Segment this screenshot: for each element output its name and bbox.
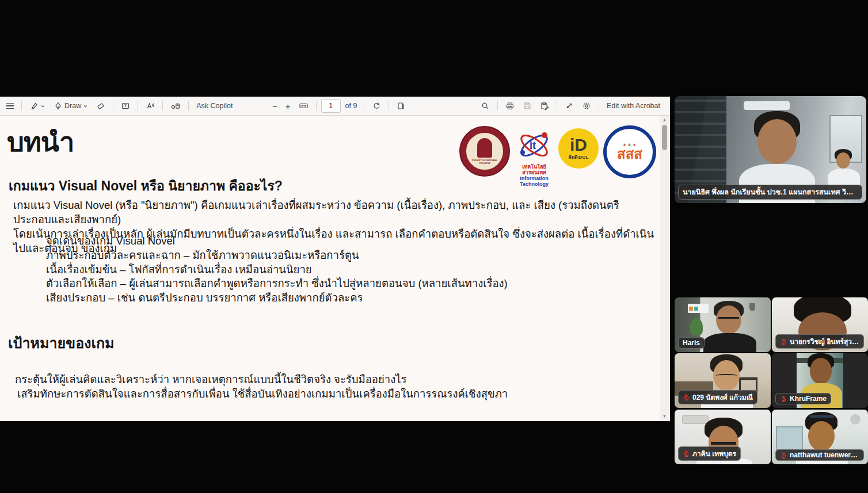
- video-tile-main-speaker[interactable]: นายนิธิศ พึ่งผล นักเรียนชั้น ปวช.1 แผนกส…: [675, 96, 866, 203]
- divider: [162, 101, 163, 110]
- feature-item: ภาพประกอบตัวละครและฉาก – มักใช้ภาพวาดแนว…: [46, 249, 508, 263]
- it-caption-en: Information Technology: [512, 175, 556, 187]
- scene-ac-unit: [682, 415, 708, 424]
- edit-acrobat-label: Edit with Acrobat: [607, 102, 660, 110]
- video-tile-nattapong[interactable]: 029 นัตพงศ์ แก้วมณี: [675, 353, 771, 408]
- highlight-button[interactable]: [26, 100, 48, 112]
- chevron-down-icon[interactable]: [83, 104, 88, 109]
- video-tile-natthawut[interactable]: natthawut tuenweradet: [772, 410, 868, 464]
- scene-window: [776, 426, 803, 450]
- kiddee-caption: คิดดีiDOL: [569, 154, 589, 161]
- menu-icon[interactable]: [3, 101, 17, 110]
- highlighter-icon: [29, 101, 39, 110]
- page-view-button[interactable]: [394, 100, 409, 112]
- settings-button[interactable]: [579, 100, 594, 112]
- divider: [389, 101, 389, 110]
- draw-button[interactable]: Draw: [51, 100, 91, 112]
- person-shirt: [703, 333, 756, 352]
- person-glasses-on-head: [810, 415, 834, 420]
- page-view-icon: [397, 101, 406, 110]
- it-department-logo: it เทคโนโลยีสารสนเทศ Information Technol…: [512, 127, 556, 180]
- section-heading-goals: เป้าหมายของเกม: [8, 331, 115, 354]
- video-tile-pakin[interactable]: ภาคิน เทพบุตร: [675, 410, 771, 464]
- person-head: [810, 358, 832, 384]
- plus-icon: +: [285, 101, 291, 111]
- zoom-out-button[interactable]: −: [269, 100, 280, 113]
- scene-plant: [690, 318, 703, 335]
- muted-mic-icon: [780, 452, 787, 459]
- kiddee-idol-logo: iD คิดดีiDOL: [558, 128, 599, 169]
- read-aloud-button[interactable]: [143, 100, 158, 112]
- document-scrollbar[interactable]: ▲ ▼: [660, 116, 669, 421]
- divider: [599, 101, 599, 110]
- translate-icon: [170, 101, 181, 110]
- search-button[interactable]: [478, 100, 493, 112]
- zoom-in-button[interactable]: +: [283, 100, 294, 113]
- person-head: [836, 152, 850, 169]
- eraser-icon: [96, 101, 105, 110]
- save-as-icon: [540, 101, 549, 110]
- pdf-page: บทนำ PHUKET VOCATIONAL COLLEGE it เทคโนโ…: [0, 116, 670, 421]
- person-head: [808, 421, 835, 451]
- fit-to-width-button[interactable]: [296, 100, 311, 112]
- page-number-input[interactable]: [321, 99, 341, 113]
- divider: [557, 101, 557, 110]
- save-button: [520, 100, 535, 112]
- person-glasses: [718, 317, 739, 321]
- divider: [138, 101, 138, 110]
- participant-name: ภาคิน เทพบุตร: [692, 448, 736, 459]
- it-caption-thai: เทคโนโลยีสารสนเทศ: [512, 164, 556, 175]
- chevron-down-icon[interactable]: [40, 104, 45, 109]
- participant-name-tag: Haris: [678, 337, 705, 349]
- person-glasses: [715, 374, 737, 377]
- participant-name-tag: KhruFrame: [775, 393, 831, 404]
- fullscreen-button[interactable]: [562, 100, 577, 112]
- gear-icon: [582, 101, 591, 110]
- save-icon: [523, 101, 532, 110]
- video-tile-haris[interactable]: Haris: [675, 297, 771, 352]
- toolbar-center-group: − + of 9: [269, 97, 409, 115]
- participant-name-tag: ภาคิน เทพบุตร: [678, 446, 741, 461]
- page-total-label: of 9: [345, 102, 357, 110]
- pdf-toolbar: Draw Ask Copilot − + of 9: [0, 97, 670, 116]
- scene-fan: [850, 414, 861, 425]
- edit-with-acrobat-button[interactable]: Edit with Acrobat: [604, 100, 663, 112]
- participant-name-tag: นายกรวิชญ์ อินทร์สุวรรณณี: [775, 334, 864, 349]
- toolbar-left-group: Draw Ask Copilot: [3, 97, 235, 115]
- participant-name-tag: 029 นัตพงศ์ แก้วมณี: [678, 390, 757, 404]
- ask-copilot-label: Ask Copilot: [196, 102, 233, 110]
- muted-mic-icon: [683, 450, 690, 457]
- seal-emblem: [477, 138, 492, 158]
- feature-item: ตัวเลือกให้เลือก – ผู้เล่นสามารถเลือกคำพ…: [46, 277, 508, 291]
- rotate-button[interactable]: [369, 100, 384, 112]
- scene-lamp: [749, 303, 755, 311]
- fit-width-icon: [299, 101, 309, 110]
- participant-name: KhruFrame: [790, 395, 827, 403]
- meeting-screen: { "toolbar": { "draw_label": "Draw", "as…: [0, 0, 868, 493]
- feature-list: จุดเด่นของเกม Visual Novel ภาพประกอบตัวล…: [46, 234, 508, 305]
- svg-text:it: it: [530, 140, 536, 151]
- ask-copilot-button[interactable]: Ask Copilot: [193, 100, 235, 112]
- divider: [497, 101, 498, 110]
- person-head: [757, 119, 797, 164]
- video-tile-khruframe[interactable]: KhruFrame: [772, 353, 868, 408]
- seal-text: PHUKET VOCATIONAL COLLEGE: [466, 159, 503, 165]
- scroll-up-arrow[interactable]: ▲: [660, 116, 669, 124]
- participant-name: นายนิธิศ พึ่งผล นักเรียนชั้น ปวช.1 แผนกส…: [683, 186, 858, 198]
- print-button[interactable]: [502, 100, 517, 112]
- goal-line-2: เสริมทักษะการตัดสินใจและการสื่อสารกับเพื…: [17, 387, 508, 401]
- feature-item: เสียงประกอบ – เช่น ดนตรีประกอบ บรรยากาศ …: [46, 291, 508, 305]
- add-text-button[interactable]: [118, 100, 133, 112]
- divider: [316, 101, 317, 110]
- goal-line-1: กระตุ้นให้ผู้เล่นคิดและวิเคราะห์ว่า หากเ…: [15, 372, 508, 387]
- pen-icon: [54, 101, 63, 110]
- scrollbar-thumb[interactable]: [662, 125, 667, 150]
- erase-button[interactable]: [93, 100, 108, 112]
- video-tile-korawich[interactable]: นายกรวิชญ์ อินทร์สุวรรณณี: [772, 297, 868, 352]
- draw-label: Draw: [64, 102, 81, 110]
- hamburger-icon: [6, 103, 14, 109]
- kiddee-glyph: iD: [570, 136, 587, 154]
- translate-button[interactable]: [167, 100, 184, 112]
- save-as-button[interactable]: [537, 100, 552, 112]
- scroll-down-arrow[interactable]: ▼: [660, 412, 669, 420]
